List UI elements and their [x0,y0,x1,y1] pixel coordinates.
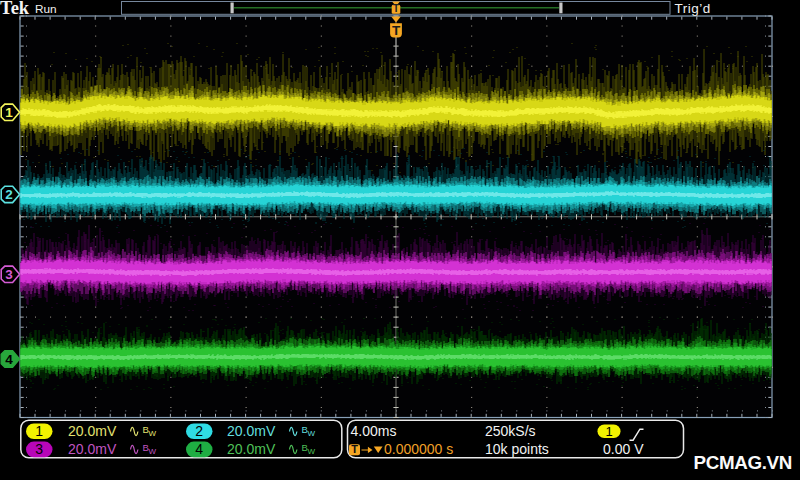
svg-text:2: 2 [5,187,13,202]
svg-text:20.0mV: 20.0mV [68,441,117,457]
svg-text:PCMAG.VN: PCMAG.VN [694,452,792,473]
svg-text:250kS/s: 250kS/s [485,423,536,439]
svg-text:W: W [308,429,316,438]
svg-text:W: W [149,447,157,456]
svg-text:1: 1 [35,423,43,439]
svg-text:10k points: 10k points [485,441,549,457]
svg-text:W: W [308,447,316,456]
svg-text:4.00ms: 4.00ms [351,423,397,439]
svg-text:W: W [149,429,157,438]
svg-text:4: 4 [5,352,13,367]
svg-text:0.000000 s: 0.000000 s [384,441,453,457]
svg-text:20.0mV: 20.0mV [227,423,276,439]
svg-text:3: 3 [35,441,43,457]
svg-text:4: 4 [195,441,203,457]
svg-text:Run: Run [35,2,57,16]
svg-text:2: 2 [195,423,203,439]
svg-text:1: 1 [5,105,13,120]
svg-text:T: T [392,23,401,38]
svg-text:20.0mV: 20.0mV [227,441,276,457]
svg-text:3: 3 [5,267,13,282]
svg-text:1: 1 [605,424,612,439]
svg-text:Trig’d: Trig’d [675,1,711,16]
svg-text:20.0mV: 20.0mV [68,423,117,439]
svg-text:T: T [393,3,399,14]
svg-text:Tek: Tek [0,0,30,18]
svg-text:T: T [351,443,358,455]
svg-text:0.00 V: 0.00 V [603,441,644,457]
